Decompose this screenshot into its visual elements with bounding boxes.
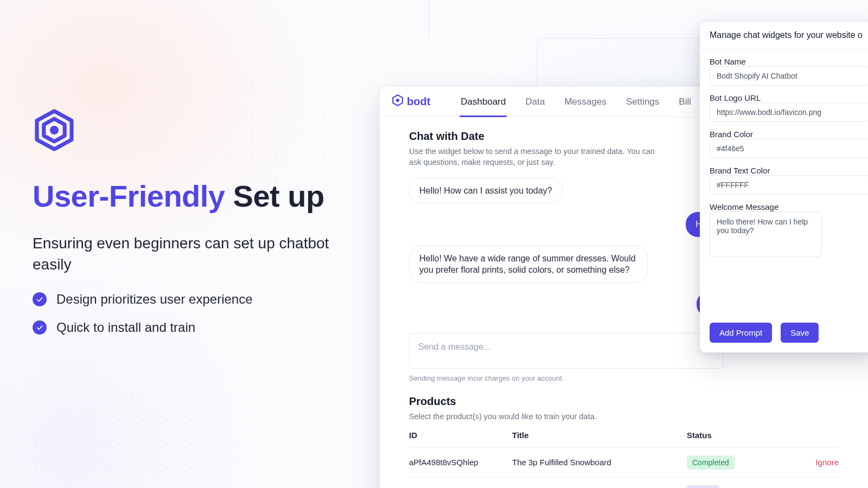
products-table: ID Title Status aPfA498t8vSQhlep The 3p … bbox=[409, 427, 839, 488]
hero-bullet: Design prioritizes user experience bbox=[33, 292, 363, 307]
chat-composer-placeholder: Send a message... bbox=[418, 342, 490, 351]
products-title: Products bbox=[409, 395, 839, 408]
col-id: ID bbox=[409, 431, 512, 440]
textarea-welcome-message[interactable]: Hello there! How can I help you today? bbox=[710, 211, 822, 257]
tab-dashboard[interactable]: Dashboard bbox=[461, 87, 506, 117]
tab-messages[interactable]: Messages bbox=[564, 87, 606, 117]
hero-headline-rest: Set up bbox=[225, 179, 324, 213]
hero-section: User-Friendly Set up Ensuring even begin… bbox=[33, 108, 363, 348]
tab-label: Dashboard bbox=[461, 97, 506, 107]
cell-title: The 3p Fulfilled Snowboard bbox=[512, 458, 687, 467]
tab-label: Messages bbox=[564, 97, 606, 107]
table-row[interactable]: lGfEu4RqRgKzuTRb The Multi - location Sn… bbox=[409, 478, 839, 488]
chat-message-bot: Hello! How can I assist you today? bbox=[409, 178, 563, 204]
hero-bullet: Quick to install and train bbox=[33, 320, 363, 335]
hero-subhead: Ensuring even beginners can set up chatb… bbox=[33, 233, 336, 275]
brand-name: bodt bbox=[407, 95, 430, 108]
hero-bullets: Design prioritizes user experience Quick… bbox=[33, 292, 363, 335]
label-brand-text-color: Brand Text Color bbox=[710, 166, 868, 175]
tab-label: Bill bbox=[679, 97, 691, 107]
status-badge: Completed bbox=[687, 455, 735, 470]
settings-actions: Add Prompt Save bbox=[700, 323, 868, 352]
tab-label: Data bbox=[525, 97, 545, 107]
bodt-logo-icon bbox=[33, 108, 76, 152]
tab-settings[interactable]: Settings bbox=[626, 87, 659, 117]
tab-label: Settings bbox=[626, 97, 659, 107]
col-status: Status bbox=[687, 431, 774, 440]
label-welcome-message: Welcome Message bbox=[710, 202, 868, 211]
settings-panel-header: Manage chat widgets for your website o bbox=[700, 22, 868, 49]
status-badge: Ignore bbox=[687, 485, 719, 488]
add-prompt-button[interactable]: Add Prompt bbox=[710, 323, 772, 343]
chat-composer[interactable]: Send a message... bbox=[409, 333, 724, 369]
label-bot-logo-url: Bot Logo URL bbox=[710, 93, 868, 102]
tab-billing[interactable]: Bill bbox=[679, 87, 691, 117]
input-brand-text-color[interactable] bbox=[710, 175, 868, 195]
decorative-dot-grid bbox=[30, 390, 203, 488]
svg-point-2 bbox=[50, 126, 59, 134]
label-brand-color: Brand Color bbox=[710, 130, 868, 139]
products-desc: Select the product(s) you would like to … bbox=[409, 411, 839, 422]
svg-point-4 bbox=[396, 99, 399, 102]
input-bot-name[interactable] bbox=[710, 66, 868, 86]
chat-fine-print: Sending message incur charges on your ac… bbox=[409, 374, 839, 382]
hero-headline: User-Friendly Set up bbox=[33, 179, 363, 214]
label-bot-name: Bot Name bbox=[710, 57, 868, 66]
row-action-ignore[interactable]: Ignore bbox=[774, 458, 839, 467]
hero-headline-accent: User-Friendly bbox=[33, 179, 225, 213]
bodt-logo-icon bbox=[392, 94, 404, 109]
dashboard-tabs: Dashboard Data Messages Settings Bill bbox=[461, 87, 691, 117]
table-row[interactable]: aPfA498t8vSQhlep The 3p Fulfilled Snowbo… bbox=[409, 448, 839, 478]
check-icon bbox=[33, 320, 47, 335]
products-section: Products Select the product(s) you would… bbox=[409, 395, 839, 488]
products-table-header: ID Title Status bbox=[409, 427, 839, 448]
hero-bullet-text: Quick to install and train bbox=[56, 320, 195, 335]
chat-desc: Use the widget below to send a message t… bbox=[409, 146, 664, 168]
brand-logo: bodt bbox=[392, 94, 430, 109]
check-icon bbox=[33, 292, 47, 306]
input-brand-color[interactable] bbox=[710, 139, 868, 158]
input-bot-logo-url[interactable] bbox=[710, 102, 868, 122]
save-button[interactable]: Save bbox=[781, 323, 819, 343]
cell-id: aPfA498t8vSQhlep bbox=[409, 458, 512, 467]
hero-bullet-text: Design prioritizes user experience bbox=[56, 292, 253, 307]
widget-settings-panel: Manage chat widgets for your website o B… bbox=[700, 22, 868, 352]
decorative-line bbox=[429, 0, 429, 38]
chat-message-bot: Hello! We have a wide range of summer dr… bbox=[409, 246, 648, 283]
col-title: Title bbox=[512, 431, 687, 440]
tab-data[interactable]: Data bbox=[525, 87, 545, 117]
